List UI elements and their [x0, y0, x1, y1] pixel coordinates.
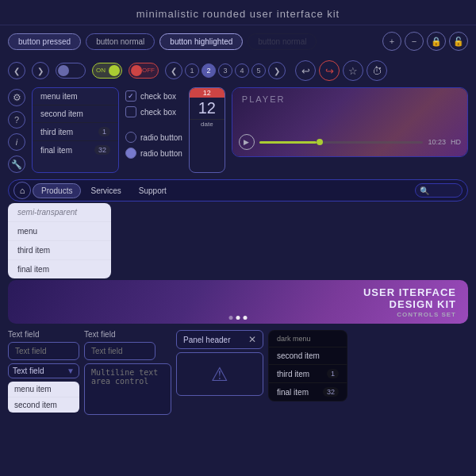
- page-title: minimalistic rounded user interface kit: [0, 0, 476, 25]
- panel-header: Panel header ✕: [176, 330, 263, 349]
- page-3[interactable]: 3: [218, 63, 232, 78]
- page-next-btn[interactable]: ❯: [268, 62, 286, 79]
- menu-item-4-label: final item: [40, 146, 72, 155]
- gear-icon[interactable]: ⚙: [8, 89, 25, 106]
- multiline-textarea[interactable]: [84, 363, 171, 415]
- panel-body: ⚠: [176, 352, 263, 396]
- dark-badge-1: 1: [327, 369, 339, 378]
- checkbox-2[interactable]: [125, 106, 136, 117]
- prev-button[interactable]: ❮: [8, 62, 25, 79]
- hero-dot-2[interactable]: [236, 316, 240, 320]
- text-field-2-label: Text field: [84, 330, 171, 339]
- date-number: 12: [190, 98, 225, 119]
- radio-2-label: radio button: [140, 149, 182, 158]
- hero-text: USER ITERFACE DESIGN KIT CONTROLS SET: [363, 286, 456, 317]
- hero-subtitle: CONTROLS SET: [363, 311, 456, 318]
- text-field-2-input[interactable]: [84, 342, 155, 360]
- play-button[interactable]: ▶: [239, 134, 255, 150]
- controls-row: ❮ ❯ ON OFF ❮ 1 2 3 4 5 ❯ ↩ ↪ ☆ ⏱: [0, 57, 476, 84]
- date-footer: date: [190, 119, 225, 129]
- menu-badge-3: 1: [98, 127, 110, 136]
- info-icon[interactable]: i: [8, 133, 25, 151]
- page-1[interactable]: 1: [185, 63, 199, 78]
- player-section: PLAYER ▶ 10:23 HD: [232, 87, 468, 157]
- dark-menu-item-3[interactable]: final item 32: [269, 383, 347, 401]
- dropdown-value: Text field: [13, 367, 67, 375]
- nav-tab-products[interactable]: Products: [33, 183, 81, 198]
- lock-open-icon-button[interactable]: 🔓: [449, 32, 468, 51]
- player-hd: HD: [451, 138, 461, 146]
- menu-item-4[interactable]: final item 32: [33, 141, 118, 159]
- player-label: PLAYER: [242, 94, 286, 104]
- panel-close-button[interactable]: ✕: [248, 334, 256, 345]
- nav-home-button[interactable]: ⌂: [13, 182, 31, 199]
- progress-bar[interactable]: [259, 141, 424, 144]
- buttons-row: button pressed button normal button high…: [0, 25, 476, 57]
- lock-icon-button[interactable]: 🔒: [427, 32, 446, 51]
- checkbox-row-1: check box: [125, 90, 182, 102]
- dropdown-item-menu[interactable]: menu: [8, 222, 111, 241]
- star-icon[interactable]: ☆: [343, 60, 363, 81]
- checkbox-1[interactable]: [125, 90, 136, 102]
- gear-column: ⚙ ? i 🔧: [8, 87, 25, 173]
- nav-tab-support[interactable]: Support: [131, 184, 175, 198]
- toggle-on[interactable]: ON: [92, 63, 122, 79]
- next-button[interactable]: ❯: [32, 62, 49, 79]
- hero-dot-3[interactable]: [244, 316, 248, 320]
- warning-icon: ⚠: [211, 363, 228, 386]
- button-disabled: button normal: [248, 33, 317, 50]
- date-header: 12: [190, 88, 225, 98]
- radio-row-1: radio button: [125, 132, 182, 143]
- menu-item-2[interactable]: second item: [33, 106, 118, 123]
- button-highlighted[interactable]: button highlighted: [159, 33, 243, 50]
- menu-item-3[interactable]: third item 1: [33, 123, 118, 141]
- back-icon[interactable]: ↩: [295, 60, 316, 81]
- menu-item-1[interactable]: menu item: [33, 88, 118, 106]
- radio-2[interactable]: [125, 148, 136, 159]
- dark-menu-item-1[interactable]: second item: [269, 347, 347, 365]
- page-prev-btn[interactable]: ❮: [165, 62, 182, 79]
- clock-icon[interactable]: ⏱: [367, 60, 387, 81]
- date-widget: 12 12 date: [189, 87, 225, 173]
- checkbox-2-label: check box: [140, 108, 176, 117]
- toggle-on-knob: [109, 65, 120, 76]
- dl-item-1[interactable]: menu item: [8, 382, 79, 397]
- text-field-1-input[interactable]: [8, 342, 79, 360]
- text-field-group-2: Text field: [84, 330, 171, 415]
- dropdown-arrow-icon: ▼: [67, 367, 75, 375]
- nav-search-field[interactable]: 🔍: [415, 183, 463, 198]
- bottom-section: Text field Text field ▼ menu item second…: [0, 325, 476, 420]
- icon-buttons-group: + − 🔒 🔓: [382, 32, 468, 51]
- toggle-off[interactable]: OFF: [129, 63, 159, 79]
- question-icon[interactable]: ?: [8, 111, 25, 129]
- plus-icon-button[interactable]: +: [382, 32, 401, 51]
- radio-row-2: radio button: [125, 148, 182, 159]
- button-normal[interactable]: button normal: [86, 33, 155, 50]
- button-pressed[interactable]: button pressed: [8, 33, 81, 50]
- checkboxes-col: check box check box radio button radio b…: [125, 87, 182, 173]
- page-5[interactable]: 5: [251, 63, 266, 78]
- dropdown-menu: semi-transparent menu third item final i…: [8, 203, 111, 278]
- dl-item-2[interactable]: second item: [8, 397, 79, 413]
- dark-menu-item-2[interactable]: third item 1: [269, 365, 347, 383]
- pagination: ❮ 1 2 3 4 5 ❯: [165, 62, 286, 79]
- panel-group: Panel header ✕ ⚠: [176, 330, 263, 396]
- hero-title-line1: USER ITERFACE: [363, 286, 456, 298]
- toggle-normal[interactable]: [56, 63, 86, 79]
- forward-icon[interactable]: ↪: [319, 60, 340, 81]
- dropdown-item-semi[interactable]: semi-transparent: [8, 203, 111, 222]
- radio-1[interactable]: [125, 132, 136, 143]
- page-2[interactable]: 2: [202, 63, 216, 78]
- toggle-off-knob: [131, 65, 142, 76]
- nav-tab-services[interactable]: Services: [83, 184, 129, 198]
- text-field-group-1: Text field Text field ▼ menu item second…: [8, 330, 79, 413]
- page-4[interactable]: 4: [235, 63, 249, 78]
- text-field-dropdown[interactable]: Text field ▼: [8, 363, 79, 378]
- player-controls: ▶ 10:23 HD: [239, 134, 461, 150]
- minus-icon-button[interactable]: −: [405, 32, 424, 51]
- dropdown-item-final[interactable]: final item: [8, 260, 111, 278]
- action-icons: ↩ ↪ ☆ ⏱: [295, 60, 387, 81]
- tool-icon[interactable]: 🔧: [8, 155, 25, 173]
- hero-dot-1[interactable]: [229, 316, 233, 320]
- dropdown-item-third[interactable]: third item: [8, 241, 111, 260]
